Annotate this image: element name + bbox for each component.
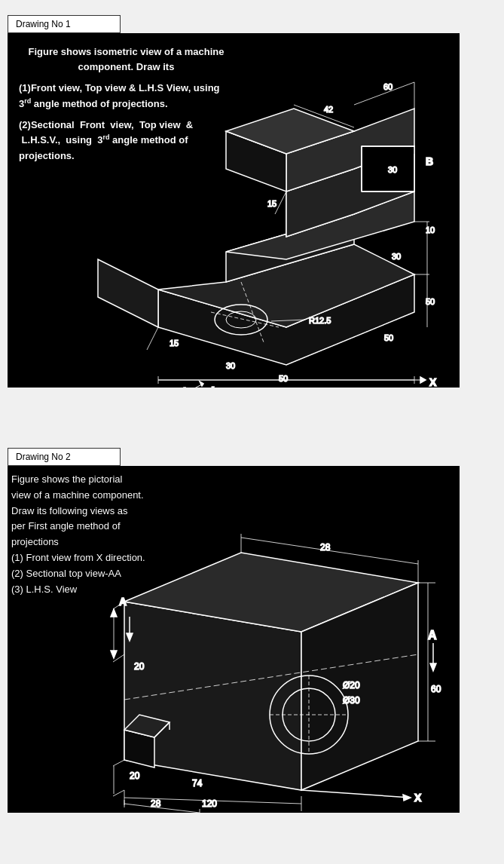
svg-text:60: 60 xyxy=(431,684,441,694)
svg-text:X: X xyxy=(414,792,422,804)
svg-marker-85 xyxy=(111,609,117,617)
svg-marker-51 xyxy=(420,377,426,383)
spacer xyxy=(8,410,496,425)
svg-text:20: 20 xyxy=(130,771,140,781)
drawing1-label: Drawing No 1 xyxy=(8,15,121,33)
svg-text:J: J xyxy=(209,385,215,388)
svg-line-34 xyxy=(147,327,158,350)
svg-text:A: A xyxy=(181,385,188,388)
svg-marker-86 xyxy=(111,651,117,658)
svg-text:74: 74 xyxy=(192,778,203,789)
page-container: Drawing No 1 Figure shows isometric view… xyxy=(0,0,504,828)
drawing2-section: Drawing No 2 Figure shows the pictorial … xyxy=(8,448,496,813)
svg-text:15: 15 xyxy=(170,339,179,348)
svg-text:30: 30 xyxy=(226,361,235,370)
svg-marker-1 xyxy=(98,259,158,327)
drawing1-svg: 60 42 B 30 15 10 xyxy=(8,33,460,388)
svg-text:30: 30 xyxy=(392,252,401,261)
svg-text:15: 15 xyxy=(267,199,276,208)
svg-text:60: 60 xyxy=(383,82,393,91)
svg-line-93 xyxy=(113,760,124,766)
svg-text:42: 42 xyxy=(324,105,333,114)
svg-text:B: B xyxy=(426,155,433,167)
svg-text:30: 30 xyxy=(388,165,397,174)
svg-text:20: 20 xyxy=(134,661,145,672)
drawing1-image: Figure shows isometric view of a machine… xyxy=(8,33,460,388)
svg-marker-73 xyxy=(430,663,436,671)
svg-line-97 xyxy=(124,804,200,813)
drawing1-section: Drawing No 1 Figure shows isometric view… xyxy=(8,15,496,388)
svg-text:A: A xyxy=(428,629,437,642)
svg-marker-102 xyxy=(403,795,411,801)
svg-line-25 xyxy=(275,191,286,214)
svg-line-101 xyxy=(301,790,411,798)
svg-text:120: 120 xyxy=(202,798,217,809)
svg-text:50: 50 xyxy=(279,374,288,383)
svg-text:50: 50 xyxy=(384,333,393,342)
drawing2-svg: A 28 A 60 xyxy=(8,466,460,813)
svg-text:A: A xyxy=(119,596,127,608)
svg-text:Ø20: Ø20 xyxy=(343,680,360,691)
svg-line-94 xyxy=(113,790,124,796)
svg-text:Ø30: Ø30 xyxy=(343,695,360,706)
drawing2-label: Drawing No 2 xyxy=(8,448,121,466)
svg-text:28: 28 xyxy=(320,542,331,553)
svg-text:R12.5: R12.5 xyxy=(309,316,331,325)
svg-text:X: X xyxy=(429,376,437,388)
drawing2-image: Figure shows the pictorial view of a mac… xyxy=(8,466,460,813)
